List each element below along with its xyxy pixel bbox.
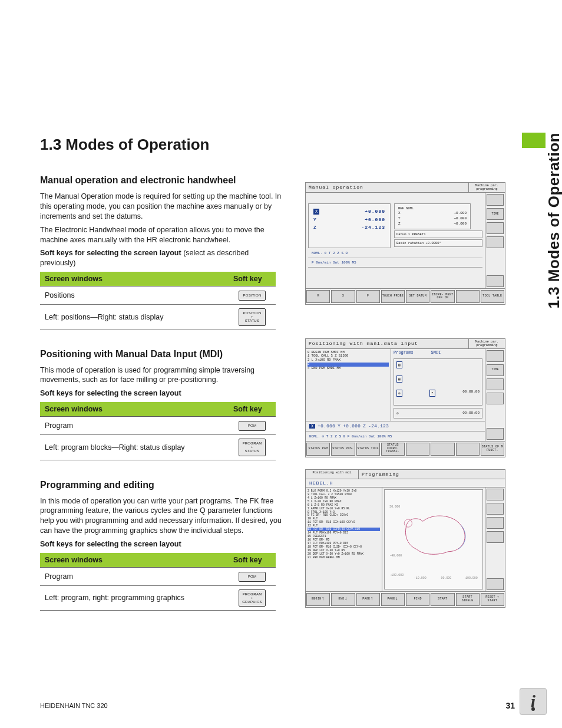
- softkey-program-graphics: PROGRAM + GRAPHICS: [239, 589, 266, 607]
- page-footer: HEIDENHAIN TNC 320 31: [40, 701, 515, 710]
- softkey-pgm: PGM: [239, 421, 266, 431]
- ss3-program-lines: 2 BLK FORM 0.2 X+120 Y+20 Z+03 TOOL CALL…: [306, 487, 382, 591]
- ss3-bottom-keys: BEGIN END PAGE PAGE FIND START START SIN…: [306, 591, 505, 607]
- ss2-rail-b3[interactable]: [487, 393, 504, 404]
- ss1-rail-blank1[interactable]: [487, 194, 504, 206]
- ss1-rail-blank2[interactable]: [487, 222, 504, 234]
- ss2-bk2[interactable]: STATUS TOOL: [356, 443, 380, 456]
- ss2-title-side: Machine par. programming: [468, 339, 505, 348]
- ss1-bk-touchprobe[interactable]: TOUCH PROBE: [381, 290, 405, 303]
- ss3-title: Programming: [359, 470, 505, 479]
- softkey-pgm2: PGM: [239, 572, 266, 582]
- ss1-rail-blank3[interactable]: [487, 236, 504, 248]
- screenshot-mdi: Positioning with manl.data input Machine…: [305, 338, 505, 457]
- sec3-th2: Soft key: [229, 553, 276, 568]
- ss3-graphic: 50.000 -40.000 -100.000 -10.000 90.000 1…: [384, 489, 483, 589]
- sec1-th2: Soft key: [229, 272, 276, 286]
- ss1-rail-time[interactable]: TIME: [487, 208, 504, 220]
- ss1-bk-blank[interactable]: [456, 290, 480, 303]
- ss1-title: Manual operation: [306, 183, 468, 192]
- screenshot-manual-operation: Manual operation Machine par. programmin…: [305, 182, 505, 305]
- axis-z-icon: Z: [313, 225, 319, 230]
- ss2-bk1[interactable]: STATUS POS.: [331, 443, 355, 456]
- ss3-rail-b4[interactable]: [487, 531, 504, 543]
- ss3-bk2[interactable]: PAGE: [356, 593, 380, 606]
- ss3-rail-b5[interactable]: [487, 578, 504, 590]
- ss2-bk3[interactable]: STATUS COORD. TRANSF.: [381, 443, 405, 456]
- softkey-program-status: PROGRAM + STATUS: [239, 439, 266, 456]
- ss1-bk-s[interactable]: S: [331, 290, 355, 303]
- sec2-r2c1: Left: program blocks—Right: status displ…: [40, 434, 229, 460]
- sec2-p1: This mode of operation is used for progr…: [40, 365, 282, 386]
- page-heading: 1.3 Modes of Operation: [40, 136, 538, 154]
- sec1-caption: Soft keys for selecting the screen layou…: [40, 248, 282, 268]
- sec1-r2c1: Left: positions—Right: status display: [40, 304, 229, 330]
- sec2-caption: Soft keys for selecting the screen layou…: [40, 388, 282, 398]
- sec1-th1: Screen windows: [40, 272, 229, 286]
- svg-text:-10.000: -10.000: [414, 577, 427, 579]
- svg-text:-40.000: -40.000: [389, 554, 402, 557]
- sec3-heading: Programming and editing: [40, 480, 287, 490]
- footer-page: 31: [505, 701, 515, 710]
- footer-left: HEIDENHAIN TNC 320: [40, 702, 108, 709]
- ss3-bk5[interactable]: START: [431, 593, 454, 606]
- ss1-datum: Datum 1 PRESET1: [394, 230, 482, 238]
- ss1-rail-blank4[interactable]: [487, 275, 504, 287]
- ss3-rail-b2[interactable]: [487, 503, 504, 515]
- sec1-p2: The Electronic Handwheel mode of operati…: [40, 225, 282, 245]
- axis-x-icon: X: [313, 209, 319, 215]
- svg-text:190.000: 190.000: [465, 577, 478, 579]
- ss1-bk-setdatum[interactable]: SET DATUM: [406, 290, 429, 303]
- svg-point-6: [404, 519, 412, 527]
- ss2-bk4[interactable]: [406, 443, 429, 456]
- ss2-bk0[interactable]: STATUS PGM: [306, 443, 330, 456]
- ss3-bk3[interactable]: PAGE: [381, 593, 405, 606]
- ss2-bk5[interactable]: [431, 443, 454, 456]
- ss3-bk7[interactable]: RESET + START: [481, 593, 504, 606]
- ss2-rail-b4[interactable]: [487, 428, 504, 440]
- axis-y-icon: Y: [313, 217, 319, 222]
- ss3-filename: HEBEL.H: [306, 479, 505, 487]
- ss2-bk7[interactable]: STATUS OF M FUNCT.: [481, 443, 504, 456]
- sec3-th1: Screen windows: [40, 553, 229, 568]
- ss1-ref-panel: REF NOML X+0.000 Y+0.000 Z+0.000: [394, 203, 471, 229]
- ss2-rail-b1[interactable]: [487, 350, 504, 362]
- side-tab-title: 1.3 Modes of Operation: [544, 133, 562, 309]
- ss1-bk-f[interactable]: F: [356, 290, 380, 303]
- ss3-title-side: Positioning with mdi: [306, 470, 359, 479]
- ss3-bk6[interactable]: START SINGLE: [456, 593, 480, 606]
- ss2-status: NOML. ⊙ T 2 Z S 0 F 0mm/min Out 100% M5: [306, 431, 485, 441]
- ss1-bk-increment[interactable]: INCRE- MENT OFF ON: [431, 290, 454, 303]
- ss2-coords: X+0.000 Y+0.000 Z-24.123: [306, 421, 485, 431]
- ss2-bottom-keys: STATUS PGM STATUS POS. STATUS TOOL STATU…: [306, 441, 505, 457]
- sec1-p1: The Manual Operation mode is required fo…: [40, 192, 282, 222]
- ss1-bk-m[interactable]: M: [306, 290, 330, 303]
- sec3-caption: Soft keys for selecting the screen layou…: [40, 539, 282, 549]
- svg-text:50.000: 50.000: [389, 505, 400, 508]
- ss2-rail-b2[interactable]: [487, 378, 504, 390]
- sec1-r1c1: Positions: [40, 286, 229, 305]
- ss2-program-lines: 0 BEGIN PGM $MDI MM 1 TOOL CALL 3 Z S150…: [306, 349, 391, 421]
- ss1-status1: NOML. ⊙ T 2 Z S 0: [308, 248, 482, 258]
- ss3-bk4[interactable]: FIND: [406, 593, 429, 606]
- ss3-rail-b3[interactable]: [487, 517, 504, 529]
- info-icon: i: [520, 688, 547, 715]
- ss2-bk6[interactable]: [456, 443, 480, 456]
- sec1-table: Screen windows Soft key Positions POSITI…: [40, 272, 276, 330]
- softkey-position-status: POSITION + STATUS: [239, 308, 266, 326]
- ss3-bk1[interactable]: END: [331, 593, 355, 606]
- ss3-bk0[interactable]: BEGIN: [306, 593, 330, 606]
- ss1-bk-tooltable[interactable]: TOOL TABLE: [481, 290, 504, 303]
- sec2-r1c1: Program: [40, 417, 229, 435]
- ss1-basic-rot: Basic rotation +0.0000°: [394, 239, 482, 247]
- sec3-p1: In this mode of operation you can write …: [40, 496, 282, 536]
- ss2-rail-time[interactable]: TIME: [487, 364, 504, 376]
- sec2-table: Screen windows Soft key Program PGM Left…: [40, 402, 276, 460]
- svg-text:-100.000: -100.000: [389, 574, 404, 577]
- ss3-rail-b1[interactable]: [487, 489, 504, 500]
- ss1-bottom-keys: M S F TOUCH PROBE SET DATUM INCRE- MENT …: [306, 288, 505, 304]
- sec1-heading: Manual operation and electronic handwhee…: [40, 175, 287, 186]
- sec2-th2: Soft key: [229, 402, 276, 417]
- sec2-heading: Positioning with Manual Data Input (MDI): [40, 349, 287, 360]
- ss1-coord-panel: X+0.000 Y+0.000 Z-24.123: [308, 203, 391, 248]
